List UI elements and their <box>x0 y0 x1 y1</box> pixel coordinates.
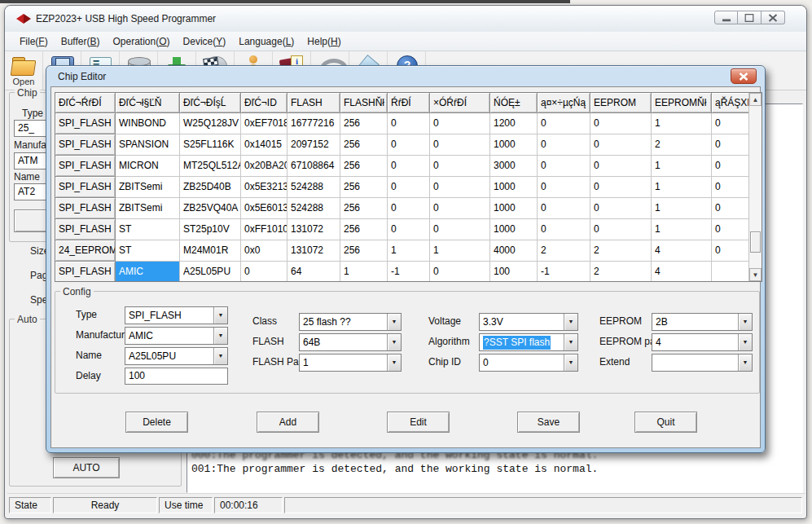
table-cell[interactable]: 0 <box>712 198 750 219</box>
config-combo-algorithm[interactable]: ?SST SPI flash▼ <box>479 333 578 351</box>
dialog-close-button[interactable] <box>731 68 757 84</box>
config-combo-type[interactable]: SPI_FLASH▼ <box>125 306 228 324</box>
dropdown-arrow-icon[interactable]: ▼ <box>738 314 752 330</box>
table-cell[interactable]: W25Q128JV <box>180 113 241 134</box>
table-cell[interactable]: 0 <box>590 134 652 156</box>
table-cell[interactable]: 0 <box>430 113 490 134</box>
table-cell[interactable]: 0 <box>430 198 490 219</box>
table-cell[interactable]: 1 <box>652 113 712 134</box>
dropdown-arrow-icon[interactable]: ▼ <box>564 334 577 350</box>
table-cell[interactable]: 256 <box>340 156 388 177</box>
table-cell[interactable]: 0 <box>712 177 750 198</box>
table-cell[interactable]: 2 <box>538 240 590 262</box>
scroll-down-icon[interactable]: ▼ <box>749 268 762 281</box>
table-cell[interactable]: 3000 <box>490 156 538 177</box>
table-cell[interactable]: 0 <box>430 134 490 156</box>
table-cell[interactable]: SPANSION <box>116 134 180 156</box>
table-cell[interactable]: 0 <box>712 219 750 240</box>
config-combo-chip-id[interactable]: 0▼ <box>479 354 578 372</box>
table-cell[interactable]: 2097152 <box>287 134 340 156</box>
table-cell[interactable] <box>712 262 750 282</box>
table-cell[interactable]: SPI_FLASH <box>55 134 116 156</box>
table-cell[interactable]: 0 <box>590 177 652 198</box>
config-combo-manufacturer[interactable]: AMIC▼ <box>125 327 228 345</box>
dropdown-arrow-icon[interactable]: ▼ <box>213 348 227 364</box>
config-combo-voltage[interactable]: 3.3V▼ <box>479 313 578 331</box>
table-cell[interactable]: 16777216 <box>287 113 340 134</box>
table-cell[interactable]: WINBOND <box>116 113 180 134</box>
table-cell[interactable]: 0 <box>388 134 430 156</box>
maximize-button[interactable] <box>738 11 762 24</box>
table-cell[interactable]: ST25p10V <box>180 219 241 240</box>
dropdown-arrow-icon[interactable]: ▼ <box>564 314 577 330</box>
table-cell[interactable]: 0 <box>388 113 430 134</box>
table-cell[interactable]: 64 <box>287 262 340 282</box>
table-cell[interactable]: 0 <box>538 134 590 156</box>
config-input-delay[interactable]: 100 <box>125 368 228 385</box>
table-cell[interactable]: A25L05PU <box>180 262 241 282</box>
dropdown-arrow-icon[interactable]: ▼ <box>213 307 227 324</box>
table-cell[interactable]: 524288 <box>287 177 340 198</box>
table-cell[interactable]: ZBITSemi <box>116 198 180 219</box>
table-cell[interactable]: 0 <box>538 156 590 177</box>
scrollbar-thumb[interactable] <box>750 231 761 253</box>
table-cell[interactable]: 0x5E3213 <box>241 177 287 198</box>
table-cell[interactable]: 256 <box>340 198 388 219</box>
table-cell[interactable]: 24_EEPROM <box>55 240 116 262</box>
table-cell[interactable]: 256 <box>340 219 388 240</box>
table-cell[interactable]: SPI_FLASH <box>55 113 116 134</box>
table-cell[interactable]: 0 <box>712 113 750 134</box>
config-combo-flash[interactable]: 64B▼ <box>299 333 402 351</box>
table-scrollbar[interactable]: ▲ ▼ <box>748 93 762 281</box>
table-cell[interactable]: 0xEF7018 <box>241 113 287 134</box>
table-cell[interactable]: 256 <box>340 113 388 134</box>
table-cell[interactable]: 2 <box>590 262 652 282</box>
config-combo-class[interactable]: 25 flash ??▼ <box>299 313 402 331</box>
table-cell[interactable]: ZBITSemi <box>116 177 180 198</box>
menu-item-buffer[interactable]: Buffer(B) <box>55 33 107 50</box>
menu-item-language[interactable]: Language(L) <box>232 33 301 50</box>
edit-button[interactable]: Edit <box>387 412 450 433</box>
table-cell[interactable]: 131072 <box>287 219 340 240</box>
table-cell[interactable]: 0x20BA20 <box>241 156 287 177</box>
minimize-button[interactable] <box>714 11 738 24</box>
table-cell[interactable]: MT25QL512AB <box>180 156 241 177</box>
table-cell[interactable]: 0 <box>538 198 590 219</box>
menu-item-device[interactable]: Device(Y) <box>177 33 233 50</box>
scroll-up-icon[interactable]: ▲ <box>749 93 762 106</box>
table-cell[interactable]: 0 <box>538 177 590 198</box>
table-cell[interactable]: 2 <box>652 134 712 156</box>
menu-item-file[interactable]: File(F) <box>13 33 55 50</box>
table-cell[interactable]: 0 <box>538 113 590 134</box>
table-cell[interactable]: 0 <box>430 156 490 177</box>
table-cell[interactable]: 0x14015 <box>241 134 287 156</box>
table-cell[interactable]: 0 <box>712 156 750 177</box>
table-cell[interactable]: 1000 <box>490 134 538 156</box>
table-cell[interactable]: ZB25VQ40A <box>180 198 241 219</box>
table-cell[interactable]: 4 <box>652 240 712 262</box>
table-cell[interactable]: 67108864 <box>287 156 340 177</box>
table-cell[interactable]: 0x5E6013 <box>241 198 287 219</box>
table-cell[interactable]: 1000 <box>490 219 538 240</box>
table-cell[interactable]: 1 <box>388 240 430 262</box>
table-cell[interactable]: 0 <box>538 219 590 240</box>
dropdown-arrow-icon[interactable]: ▼ <box>738 354 752 371</box>
table-cell[interactable]: 0 <box>590 113 652 134</box>
title-bar[interactable]: EZP2023+ USB High Speed Programmer <box>5 6 806 32</box>
table-cell[interactable]: 0 <box>388 198 430 219</box>
table-cell[interactable]: 1 <box>652 219 712 240</box>
table-cell[interactable]: SPI_FLASH <box>55 177 116 198</box>
table-cell[interactable]: 1000 <box>490 198 538 219</box>
table-cell[interactable]: 4000 <box>490 240 538 262</box>
table-cell[interactable]: 2 <box>590 240 652 262</box>
table-cell[interactable]: SPI_FLASH <box>55 262 116 282</box>
table-cell[interactable]: 0 <box>388 156 430 177</box>
table-cell[interactable]: S25FL116K <box>180 134 241 156</box>
table-cell[interactable]: ST <box>116 240 180 262</box>
table-cell[interactable]: 0x0 <box>241 240 287 262</box>
table-cell[interactable]: 1 <box>652 156 712 177</box>
table-cell[interactable]: 1 <box>430 240 490 262</box>
toolbar-button-open-folder[interactable]: Open <box>5 51 43 90</box>
table-cell[interactable]: 0 <box>430 262 490 282</box>
config-combo-name[interactable]: A25L05PU▼ <box>125 347 228 365</box>
